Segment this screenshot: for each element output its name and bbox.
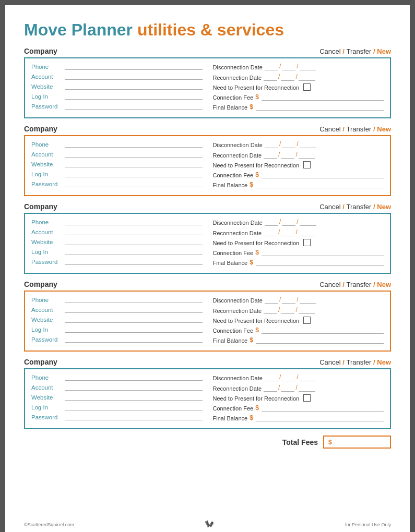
slash1: / (341, 125, 347, 133)
section-2-left-input-2[interactable] (65, 160, 203, 167)
section-3-date-yy-1[interactable] (299, 229, 315, 236)
section-4-grid: PhoneAccountWebsiteLog InPasswordDisconn… (31, 296, 384, 346)
section-4-left-input-2[interactable] (65, 316, 203, 323)
section-5-left-input-4[interactable] (65, 413, 203, 420)
section-2-fee-input-3[interactable] (262, 171, 384, 178)
section-1-date-mm-1[interactable] (264, 74, 277, 81)
section-5-company-label: Company (24, 358, 57, 366)
section-2-left-label-1: Account (31, 151, 63, 158)
section-1-left-input-3[interactable] (65, 92, 203, 100)
section-3-checkbox-2[interactable] (303, 239, 311, 246)
section-1-left-input-0[interactable] (65, 63, 203, 70)
section-3-left-input-3[interactable] (65, 248, 203, 255)
footer-squirrel-icon: 🐿 (205, 519, 214, 530)
section-1-left-label-2: Website (31, 83, 63, 90)
section-1-date-slash2-1: / (295, 73, 297, 81)
section-3-left-row-3: Log In (31, 248, 203, 255)
section-4-right-label-1: Reconnection Date (213, 308, 262, 314)
section-3-left-input-1[interactable] (65, 228, 203, 235)
section-1-fee-input-3[interactable] (262, 93, 384, 101)
section-5-balance-input-4[interactable] (256, 414, 384, 421)
section-2-date-mm-1[interactable] (264, 151, 277, 159)
section-3-date-mm-1[interactable] (264, 229, 277, 236)
section-4-date-yy-1[interactable] (299, 307, 315, 314)
section-4-right-label-2: Need to Present for Reconnection (213, 318, 300, 324)
section-3-right-row-0: Disconnection Date// (213, 218, 384, 226)
section-3-right-label-4: Final Balance (213, 260, 248, 266)
section-1-date-dd-1[interactable] (281, 74, 294, 81)
section-1-checkbox-2[interactable] (303, 83, 311, 91)
section-4-left-input-4[interactable] (65, 335, 203, 343)
section-4-date-dd-0[interactable] (282, 296, 295, 304)
section-3-date-dd-1[interactable] (281, 229, 294, 236)
section-4-options: Cancel / Transfer / New (319, 281, 391, 288)
section-2-fee-symbol-3: $ (255, 171, 259, 178)
section-5-fee-input-3[interactable] (262, 404, 384, 412)
section-4-left-input-1[interactable] (65, 306, 203, 313)
section-2-left-input-3[interactable] (65, 170, 203, 177)
section-1-left-row-1: Account (31, 72, 203, 80)
section-5-left-input-2[interactable] (65, 393, 203, 401)
section-2-date-yy-0[interactable] (300, 141, 316, 148)
section-4-header: CompanyCancel / Transfer / New (24, 280, 391, 288)
section-4-date-mm-1[interactable] (264, 307, 277, 314)
section-1-balance-input-4[interactable] (256, 103, 384, 111)
section-5-right-col: Disconnection Date//Reconnection Date//N… (213, 373, 384, 424)
section-2-right-row-2: Need to Present for Reconnection (213, 161, 384, 168)
section-4-left-label-3: Log In (31, 327, 63, 333)
section-4-date-mm-0[interactable] (265, 296, 278, 304)
section-1-date-group-1: // (264, 73, 384, 81)
section-2-balance-input-4[interactable] (256, 181, 384, 188)
section-3-fee-input-3[interactable] (262, 249, 384, 256)
section-3-right-label-3: Connection Fee (213, 250, 254, 256)
section-3-date-dd-0[interactable] (282, 219, 295, 226)
section-4-checkbox-2[interactable] (303, 317, 311, 324)
section-3-left-input-0[interactable] (65, 218, 203, 225)
section-3-date-mm-0[interactable] (265, 219, 278, 226)
section-2-left-row-3: Log In (31, 170, 203, 177)
section-1-left-input-2[interactable] (65, 82, 203, 90)
section-3-date-yy-0[interactable] (300, 219, 316, 226)
section-1-left-input-1[interactable] (65, 72, 203, 80)
section-1-date-slash2-0: / (297, 63, 298, 70)
section-2-left-input-4[interactable] (65, 180, 203, 187)
section-1-date-mm-0[interactable] (265, 63, 278, 70)
section-1-left-input-4[interactable] (65, 102, 203, 110)
section-5-left-input-3[interactable] (65, 403, 203, 410)
section-5-date-yy-1[interactable] (299, 384, 315, 392)
section-3-left-input-4[interactable] (65, 258, 203, 265)
section-1-right-label-4: Final Balance (213, 104, 248, 111)
section-1-date-dd-0[interactable] (282, 63, 295, 70)
section-3-left-label-3: Log In (31, 249, 63, 255)
section-5-left-input-1[interactable] (65, 383, 203, 391)
section-2-left-input-1[interactable] (65, 150, 203, 158)
section-2-right-label-4: Final Balance (213, 182, 248, 188)
section-5-date-mm-0[interactable] (265, 374, 278, 381)
section-4-date-yy-0[interactable] (300, 296, 316, 304)
section-5-date-yy-0[interactable] (300, 374, 316, 381)
section-4-left-input-0[interactable] (65, 296, 203, 303)
section-5-date-dd-0[interactable] (282, 374, 295, 381)
section-5-date-mm-1[interactable] (264, 384, 277, 392)
section-1-date-yy-0[interactable] (300, 63, 316, 70)
section-4-fee-input-3[interactable] (262, 327, 384, 334)
total-fees-input[interactable] (335, 438, 415, 446)
section-5-balance-symbol-4: $ (250, 414, 253, 421)
section-1-date-yy-1[interactable] (299, 74, 315, 81)
section-3-left-row-4: Password (31, 258, 203, 265)
section-4-right-label-0: Disconnection Date (213, 297, 263, 304)
section-2-date-mm-0[interactable] (265, 141, 278, 148)
section-3-balance-input-4[interactable] (256, 259, 384, 266)
section-5-checkbox-2[interactable] (303, 394, 311, 402)
section-2-checkbox-2[interactable] (303, 161, 311, 168)
section-2-date-dd-0[interactable] (282, 141, 295, 148)
section-4-balance-input-4[interactable] (256, 336, 384, 344)
section-4-left-input-3[interactable] (65, 325, 203, 333)
section-3-left-input-2[interactable] (65, 238, 203, 245)
section-4-date-dd-1[interactable] (281, 307, 294, 314)
section-2-date-dd-1[interactable] (281, 151, 294, 159)
section-2-date-yy-1[interactable] (299, 151, 315, 159)
section-5-date-dd-1[interactable] (281, 384, 294, 392)
section-2-left-input-0[interactable] (65, 140, 203, 148)
section-5-left-input-0[interactable] (65, 373, 203, 381)
